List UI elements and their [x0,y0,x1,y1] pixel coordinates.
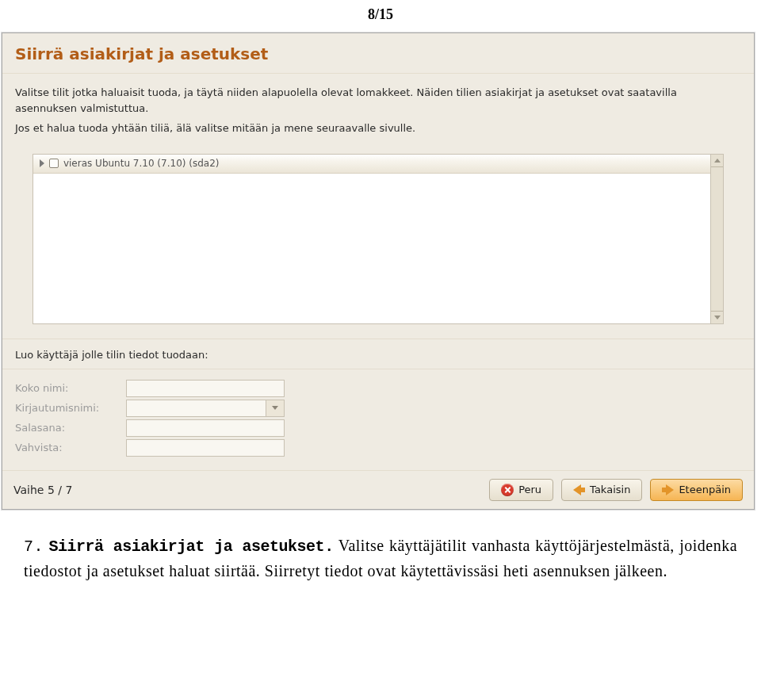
page-number: 8/15 [0,0,761,31]
caption-number: 7. [24,537,44,556]
fullname-label: Koko nimi: [15,382,126,394]
loginname-input[interactable] [126,400,266,417]
expand-icon[interactable] [40,159,44,167]
forward-button-label: Eteenpäin [679,484,731,495]
close-icon [501,484,514,496]
arrow-left-icon [573,484,585,495]
cancel-button-label: Peru [518,484,541,495]
caption-paragraph: 7. Siirrä asiakirjat ja asetukset. Valit… [24,534,737,583]
divider [2,339,754,339]
forward-button[interactable]: Eteenpäin [650,479,743,501]
create-user-heading: Luo käyttäjä jolle tilin tiedot tuodaan: [2,344,754,364]
scroll-up-button[interactable] [711,155,723,167]
accounts-listbox[interactable]: vieras Ubuntu 7.10 (7.10) (sda2) [33,154,711,324]
step-label: Vaihe 5 / 7 [13,484,481,496]
scrollbar[interactable] [711,154,724,324]
scroll-down-button[interactable] [711,311,723,323]
back-button[interactable]: Takaisin [561,479,642,501]
installer-window: Siirrä asiakirjat ja asetukset Valitse t… [2,33,755,510]
password-label: Salasana: [15,422,126,434]
divider [2,73,754,74]
intro-text-2: Jos et halua tuoda yhtään tiliä, älä val… [15,120,741,136]
chevron-up-icon [714,159,721,163]
caption-lead: Siirrä asiakirjat ja asetukset. [48,537,333,556]
cancel-button[interactable]: Peru [489,479,553,501]
back-button-label: Takaisin [590,484,630,495]
loginname-dropdown-button[interactable] [266,400,285,417]
chevron-down-icon [714,316,721,319]
arrow-right-icon [662,484,674,495]
password-input[interactable] [126,419,285,437]
account-checkbox[interactable] [49,159,59,168]
confirm-label: Vahvista: [15,442,126,453]
confirm-input[interactable] [126,439,285,457]
chevron-down-icon [272,406,278,410]
installer-title: Siirrä asiakirjat ja asetukset [2,33,754,68]
account-label: vieras Ubuntu 7.10 (7.10) (sda2) [63,158,220,169]
fullname-input[interactable] [126,380,285,397]
account-row[interactable]: vieras Ubuntu 7.10 (7.10) (sda2) [33,155,710,174]
intro-text-1: Valitse tilit jotka haluaisit tuoda, ja … [15,85,741,116]
divider [2,369,754,369]
loginname-label: Kirjautumisnimi: [15,402,126,414]
